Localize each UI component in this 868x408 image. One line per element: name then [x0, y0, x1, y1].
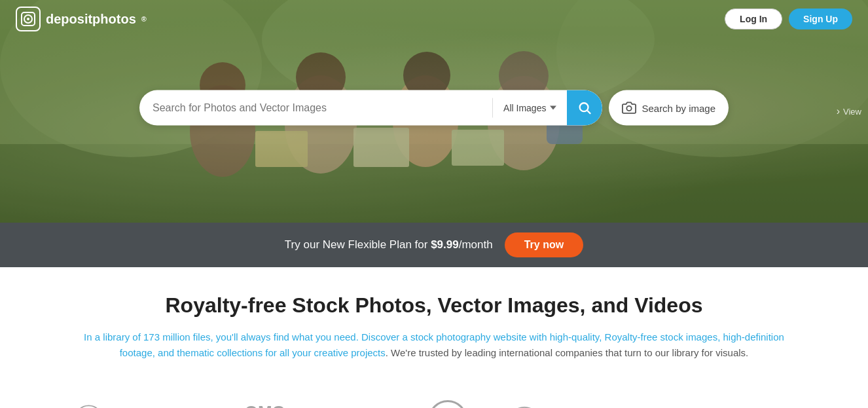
desc-part3: . We're trusted by leading international…	[386, 347, 749, 358]
partner-logos: WB Tripadvisor	[0, 380, 868, 408]
promo-price: $9.99	[431, 238, 459, 251]
logo[interactable]: depositphotos®	[16, 7, 147, 31]
svg-line-21	[588, 111, 591, 114]
main-content: Royalty-free Stock Photos, Vector Images…	[0, 267, 868, 380]
chevron-right-icon: ›	[837, 105, 840, 117]
filter-label: All Images	[503, 103, 546, 113]
search-button[interactable]	[567, 90, 602, 126]
logo-omg: OMG OmnicomMediaGroup	[245, 403, 285, 408]
search-by-image-label: Search by image	[642, 102, 715, 113]
svg-point-19	[27, 18, 29, 20]
logo-text: depositphotos	[46, 12, 136, 27]
try-now-button[interactable]: Try now	[505, 232, 583, 257]
logo-warner-bros: WB	[64, 403, 113, 408]
search-filter-dropdown[interactable]: All Images	[493, 103, 567, 113]
omg-text: OMG	[245, 403, 285, 408]
logo-reg: ®	[141, 15, 147, 23]
view-label: View	[843, 107, 861, 117]
logo-bosch: BOSCH	[428, 400, 467, 408]
page-title: Royalty-free Stock Photos, Vector Images…	[39, 293, 829, 318]
main-description: In a library of 173 million files, you'l…	[74, 329, 794, 361]
chevron-down-icon	[550, 106, 556, 110]
search-bar: All Images	[139, 90, 602, 126]
search-input[interactable]	[139, 102, 492, 114]
wb-logo: WB	[64, 403, 113, 408]
search-by-image-button[interactable]: Search by image	[609, 90, 729, 126]
promo-banner: Try our New Flexible Plan for $9.99/mont…	[0, 223, 868, 267]
svg-point-22	[627, 106, 632, 111]
logo-icon	[16, 7, 41, 31]
view-button[interactable]: › View	[837, 105, 861, 117]
search-area: All Images Search by image	[139, 90, 729, 126]
promo-text: Try our New Flexible Plan for $9.99/mont…	[285, 238, 493, 251]
search-icon	[577, 101, 592, 115]
svg-point-20	[580, 103, 588, 111]
desc-highlight: all your creative projects	[280, 347, 386, 358]
camera-icon	[622, 101, 636, 115]
login-button[interactable]: Log In	[725, 9, 782, 29]
signup-button[interactable]: Sign Up	[789, 9, 852, 29]
